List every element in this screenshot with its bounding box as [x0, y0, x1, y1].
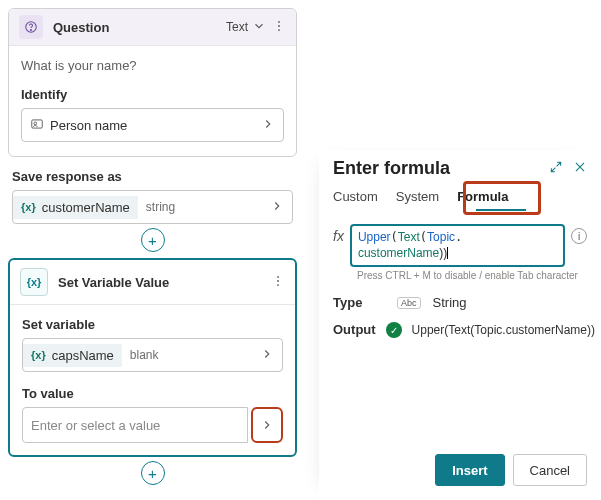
info-icon[interactable]: i: [571, 228, 587, 244]
question-type-selector[interactable]: Text: [226, 20, 248, 34]
svg-point-9: [277, 284, 279, 286]
variable-chip: {x} capsName: [23, 344, 122, 367]
variable-name: capsName: [52, 348, 114, 363]
variable-type: blank: [122, 344, 167, 366]
type-badge-icon: Abc: [397, 297, 421, 309]
formula-panel: Enter formula Custom System Formula fx U…: [319, 150, 601, 500]
question-icon: [19, 15, 43, 39]
chevron-right-icon: [260, 347, 282, 364]
tab-formula[interactable]: Formula: [457, 189, 508, 210]
type-label: Type: [333, 295, 385, 310]
output-value: Upper(Text(Topic.customerName)): [412, 322, 595, 338]
formula-panel-title: Enter formula: [333, 158, 549, 179]
close-icon[interactable]: [573, 160, 587, 177]
entity-icon: [30, 117, 44, 134]
svg-point-3: [278, 25, 280, 27]
svg-point-7: [277, 275, 279, 277]
variable-chip: {x} customerName: [13, 196, 138, 219]
set-variable-title: Set Variable Value: [58, 275, 265, 290]
chevron-right-icon: [261, 117, 275, 134]
variable-icon: {x}: [31, 349, 46, 361]
type-value: String: [433, 295, 467, 310]
question-title: Question: [53, 20, 226, 35]
identify-label: Identify: [21, 87, 284, 102]
add-node-button[interactable]: +: [141, 228, 165, 252]
tab-custom[interactable]: Custom: [333, 189, 378, 210]
chevron-right-icon: [270, 199, 292, 216]
save-response-field[interactable]: {x} customerName string: [12, 190, 293, 224]
to-value-label: To value: [22, 386, 283, 401]
tab-underline: [476, 209, 526, 211]
variable-type: string: [138, 196, 183, 218]
svg-point-1: [31, 29, 32, 30]
identify-field[interactable]: Person name: [21, 108, 284, 142]
set-variable-field[interactable]: {x} capsName blank: [22, 338, 283, 372]
identify-value: Person name: [50, 118, 127, 133]
svg-point-2: [278, 20, 280, 22]
more-icon[interactable]: [271, 274, 285, 291]
formula-input[interactable]: Upper(Text(Topic.customerName)): [350, 224, 565, 267]
to-value-picker-button[interactable]: [251, 407, 283, 443]
set-variable-label: Set variable: [22, 317, 283, 332]
set-variable-icon: {x}: [20, 268, 48, 296]
question-prompt: What is your name?: [21, 58, 284, 73]
set-variable-card: {x} Set Variable Value Set variable {x} …: [8, 258, 297, 457]
save-response-label: Save response as: [12, 169, 293, 184]
svg-point-6: [34, 122, 37, 125]
variable-name: customerName: [42, 200, 130, 215]
formula-tabs: Custom System Formula: [333, 189, 587, 210]
chevron-down-icon[interactable]: [252, 19, 266, 36]
insert-button[interactable]: Insert: [435, 454, 504, 486]
question-card: Question Text What is your name? Identif…: [8, 8, 297, 157]
output-row: Output ✓ Upper(Text(Topic.customerName)): [333, 322, 587, 338]
question-card-header: Question Text: [9, 9, 296, 46]
expand-icon[interactable]: [549, 160, 563, 177]
type-row: Type Abc String: [333, 295, 587, 310]
cancel-button[interactable]: Cancel: [513, 454, 587, 486]
output-label: Output: [333, 322, 376, 337]
add-node-button[interactable]: +: [141, 461, 165, 485]
svg-point-8: [277, 280, 279, 282]
more-icon[interactable]: [272, 19, 286, 36]
to-value-placeholder: Enter or select a value: [31, 418, 160, 433]
to-value-input[interactable]: Enter or select a value: [22, 407, 248, 443]
svg-point-4: [278, 29, 280, 31]
set-variable-header: {x} Set Variable Value: [10, 260, 295, 305]
fx-label: fx: [333, 224, 344, 244]
tab-system[interactable]: System: [396, 189, 439, 210]
formula-hint: Press CTRL + M to disable / enable Tab c…: [357, 270, 587, 281]
variable-icon: {x}: [21, 201, 36, 213]
check-icon: ✓: [386, 322, 402, 338]
